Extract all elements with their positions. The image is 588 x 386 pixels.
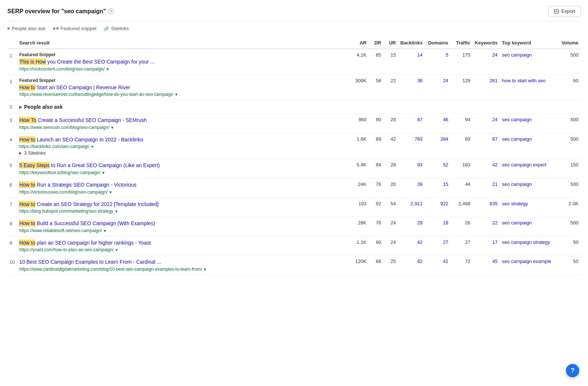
top-keyword-link[interactable]: seo campaign expert [502, 162, 546, 167]
cell-top-keyword: seo campaign [500, 114, 559, 133]
result-url[interactable]: https://yoast.com/how-to-plan-an-seo-cam… [19, 247, 344, 252]
result-cell: 5 Easy Steps to Run a Great SEO Campaign… [17, 159, 347, 178]
cell-domains[interactable]: 41 [425, 256, 451, 275]
cell-domains[interactable]: 5 [425, 49, 451, 75]
url-dropdown[interactable]: ▼ [102, 171, 105, 175]
cell-ar: 4.1K [347, 49, 369, 75]
cell-backlinks[interactable]: 42 [398, 236, 425, 256]
featured-snippet-icon [53, 27, 59, 30]
result-title[interactable]: How to Launch an SEO Campaign In 2022 - … [19, 136, 344, 144]
cell-domains[interactable]: 15 [425, 178, 451, 198]
top-keyword-link[interactable]: seo campaign example [502, 259, 551, 264]
cell-dr: 92 [369, 198, 383, 217]
result-url[interactable]: https://www.reliablesoft.net/seo-campaig… [19, 228, 344, 233]
result-url[interactable]: https://www.cardinaldigitalmarketing.com… [19, 267, 344, 272]
cell-keywords[interactable]: 67 [473, 133, 500, 159]
top-keyword-link[interactable]: seo campaign [502, 220, 532, 226]
result-title[interactable]: 10 Best SEO Campaign Examples to Learn F… [19, 259, 344, 266]
result-title[interactable]: How to Build a Successful SEO Campaign (… [19, 220, 344, 227]
cell-domains[interactable]: 24 [425, 75, 451, 100]
sitelinks-label[interactable]: ▶ 3 Sitelinks [19, 150, 344, 156]
cell-backlinks[interactable]: 62 [398, 256, 425, 275]
top-keyword-link[interactable]: seo campaign [502, 117, 532, 122]
feature-people-also-ask[interactable]: People also ask [7, 26, 46, 31]
result-title[interactable]: How To Create a Successful SEO Campaign … [19, 117, 344, 124]
cell-keywords[interactable]: 835 [473, 198, 500, 217]
url-dropdown[interactable]: ▼ [106, 67, 110, 71]
cell-backlinks[interactable]: 783 [398, 133, 425, 159]
top-keyword-link[interactable]: seo campaign [502, 181, 532, 187]
cell-ar: 1.1K [347, 236, 369, 256]
result-title[interactable]: How to Start an SEO Campaign | Revenue R… [19, 84, 344, 91]
cell-keywords[interactable]: 261 [473, 75, 500, 100]
row-number: 8 [7, 217, 17, 237]
cell-dr: 68 [369, 256, 383, 275]
url-dropdown[interactable]: ▼ [109, 190, 112, 194]
top-keyword-link[interactable]: how to start with seo [502, 78, 546, 83]
url-dropdown[interactable]: ▼ [115, 209, 118, 213]
cell-domains[interactable]: 27 [425, 236, 451, 256]
cell-backlinks[interactable]: 14 [398, 49, 425, 75]
cell-keywords[interactable]: 22 [473, 217, 500, 237]
result-title[interactable]: How to Create an SEO Strategy for 2022 [… [19, 201, 344, 208]
cell-backlinks[interactable]: 39 [398, 178, 425, 198]
top-keyword-link[interactable]: seo strategy [502, 201, 528, 206]
result-url[interactable]: https://rockcontent.com/blog/seo-campaig… [19, 66, 344, 72]
result-url[interactable]: https://blog.hubspot.com/marketing/seo-s… [19, 209, 344, 214]
url-dropdown[interactable]: ▼ [203, 267, 207, 271]
url-dropdown[interactable]: ▼ [91, 145, 94, 149]
cell-backlinks[interactable]: 93 [398, 159, 425, 178]
col-volume: Volume [559, 37, 581, 49]
cell-keywords[interactable]: 17 [473, 236, 500, 256]
cell-backlinks[interactable]: 36 [398, 75, 425, 100]
cell-domains[interactable]: 922 [425, 198, 451, 217]
result-title[interactable]: How to Run a Strategic SEO Campaign - Vi… [19, 181, 344, 189]
feature-sitelinks[interactable]: 🔗 Sitelinks [104, 26, 129, 31]
cell-dr: 76 [369, 178, 383, 198]
top-keyword-link[interactable]: seo campaign [502, 136, 532, 142]
result-url[interactable]: https://www.revenueriver.co/thecuttinged… [19, 92, 344, 97]
cell-dr: 84 [369, 159, 383, 178]
cell-ar: 306K [347, 75, 369, 100]
result-title[interactable]: How to plan an SEO campaign for higher r… [19, 239, 344, 247]
url-dropdown[interactable]: ▼ [111, 126, 114, 130]
result-url[interactable]: https://backlinko.com/seo-campaign ▼ [19, 144, 344, 149]
url-dropdown[interactable]: ▼ [103, 229, 107, 233]
result-title[interactable]: This is How you Create the Best SEO Camp… [19, 58, 344, 66]
people-ask-label[interactable]: ▶ People also ask [19, 104, 578, 110]
feature-label-sitelinks: Sitelinks [111, 26, 129, 31]
cell-keywords[interactable]: 21 [473, 178, 500, 198]
cell-backlinks[interactable]: 29 [398, 217, 425, 237]
cell-keywords[interactable]: 42 [473, 159, 500, 178]
cell-domains[interactable]: 284 [425, 133, 451, 159]
export-button[interactable]: Export [548, 6, 581, 17]
cell-domains[interactable]: 46 [425, 114, 451, 133]
row-number: 1 [7, 49, 17, 75]
cell-ar: 960 [347, 114, 369, 133]
top-keyword-link[interactable]: seo campaign strategy [502, 239, 550, 245]
cell-domains[interactable]: 52 [425, 159, 451, 178]
result-title[interactable]: 5 Easy Steps to Run a Great SEO Campaign… [19, 162, 344, 169]
cell-keywords[interactable]: 24 [473, 114, 500, 133]
url-dropdown[interactable]: ▼ [175, 93, 178, 97]
title-help-icon[interactable]: ? [108, 8, 114, 14]
cell-dr: 90 [369, 114, 383, 133]
feature-featured-snippet[interactable]: Featured snippet [53, 26, 97, 31]
cell-volume: 60 [559, 75, 581, 100]
table-row: 8 How to Build a Successful SEO Campaign… [7, 217, 581, 237]
cell-ur: 54 [383, 198, 398, 217]
cell-backlinks[interactable]: 87 [398, 114, 425, 133]
result-cell: How to Create an SEO Strategy for 2022 [… [17, 198, 347, 217]
top-keyword-link[interactable]: seo campaign [502, 52, 532, 58]
result-url[interactable]: https://victoriousseo.com/blog/seo-campa… [19, 190, 344, 195]
url-dropdown[interactable]: ▼ [115, 248, 119, 252]
cell-domains[interactable]: 18 [425, 217, 451, 237]
cell-top-keyword: seo campaign expert [500, 159, 559, 178]
highlight-text: How To [19, 117, 36, 123]
cell-keywords[interactable]: 45 [473, 256, 500, 275]
cell-backlinks[interactable]: 2,911 [398, 198, 425, 217]
cell-keywords[interactable]: 24 [473, 49, 500, 75]
row-number: 1 [7, 75, 17, 100]
result-url[interactable]: https://www.semrush.com/blog/seo-campaig… [19, 125, 344, 130]
result-url[interactable]: https://keywordtool.io/blog/seo-campaign… [19, 170, 344, 175]
